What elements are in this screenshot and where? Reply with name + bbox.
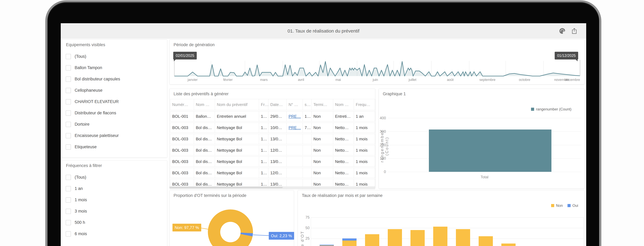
- table-row[interactable]: BOL-003Bol dis…Nettoyage Bol1…12/0…NonNe…: [170, 145, 375, 155]
- column-header[interactable]: Termi…: [312, 99, 333, 110]
- table-cell: BOL-003: [170, 168, 194, 178]
- checkbox[interactable]: [66, 197, 71, 203]
- filter-option[interactable]: Encaisseuse palettiseur: [66, 130, 166, 141]
- table-cell: 1 mois: [354, 134, 375, 144]
- graphique1-card: Graphique 1 rangenumber (Count) rangenum…: [379, 89, 584, 189]
- checkbox[interactable]: [66, 175, 71, 180]
- column-header[interactable]: s…: [303, 99, 312, 110]
- stacked-bar[interactable]: [320, 245, 334, 246]
- table-row[interactable]: BOL-003Bol dis…Nettoyage Bol1…13/0…NonNe…: [170, 134, 375, 144]
- filter-option[interactable]: 3 mois: [66, 206, 166, 217]
- stacked-bar[interactable]: [342, 238, 356, 246]
- range-start-tooltip[interactable]: 02/01/2025: [173, 52, 197, 59]
- checkbox[interactable]: [66, 110, 71, 116]
- y-tick-label: 200: [379, 143, 386, 147]
- column-header[interactable]: Nom …: [194, 99, 215, 110]
- filter-card-title: Equipements visibles: [66, 42, 105, 47]
- column-header[interactable]: Numér…: [170, 99, 194, 110]
- column-header[interactable]: N° …: [287, 99, 303, 110]
- table-cell: [287, 145, 303, 155]
- filter-option[interactable]: Ballon Tampon: [66, 62, 166, 73]
- column-header[interactable]: Frequ…: [354, 99, 375, 110]
- column-header[interactable]: Fr…: [259, 99, 268, 110]
- table-cell: 13/0…: [268, 157, 287, 167]
- timeline-slicer-chart[interactable]: janvierfévriermarsavrilmaijuinjuilletaoû…: [170, 40, 585, 85]
- filter-option[interactable]: (Tous): [66, 51, 166, 62]
- scrollbar-thumb[interactable]: [170, 187, 283, 188]
- palette-icon[interactable]: [559, 28, 566, 34]
- checkbox[interactable]: [66, 186, 71, 191]
- column-header[interactable]: Nom du préventif: [215, 99, 259, 110]
- page-title: 01. Taux de réalisation du préventif: [61, 23, 586, 39]
- svg-text:janvier: janvier: [188, 78, 198, 82]
- filter-option-label: (Tous): [75, 175, 86, 180]
- stacked-bar[interactable]: [456, 229, 470, 246]
- filter-option[interactable]: 6 mois: [66, 228, 166, 239]
- filter-option[interactable]: 1 an: [66, 183, 166, 194]
- stacked-bar[interactable]: [410, 230, 425, 246]
- filter-option-label: 1 mois: [75, 197, 87, 202]
- stacked-bar[interactable]: [479, 236, 493, 246]
- bar-segment-non: [388, 229, 402, 246]
- filter-option[interactable]: 1 mois: [66, 194, 166, 206]
- table-row[interactable]: BOL-003Bol dis…Nettoyage Bol1…13/0…NonNe…: [170, 157, 375, 167]
- table-cell: Non: [312, 145, 333, 155]
- checkbox[interactable]: [66, 76, 71, 82]
- filter-option-label: Cellophaneuse: [75, 88, 102, 93]
- range-end-tooltip[interactable]: 01/12/2025: [555, 52, 578, 59]
- table-row[interactable]: BOL-003Bol dis…Nettoyage Bol1…12/0…NonNe…: [170, 168, 375, 178]
- checkbox[interactable]: [66, 144, 71, 150]
- dashboard-screen: 01. Taux de réalisation du préventif Equ…: [61, 23, 586, 246]
- table-cell: PRE…: [287, 111, 303, 121]
- filter-option[interactable]: Bol distributeur capsules: [66, 73, 166, 85]
- checkbox[interactable]: [66, 54, 71, 59]
- table-cell: 1 an: [354, 111, 375, 121]
- stacked-bar[interactable]: [501, 243, 516, 246]
- checkbox[interactable]: [66, 122, 71, 127]
- table-cell: Ballon…: [194, 111, 215, 121]
- checkbox[interactable]: [66, 133, 71, 138]
- stacked-bar[interactable]: [365, 234, 379, 246]
- stacked-bar[interactable]: [388, 229, 402, 246]
- legend-swatch: [551, 204, 554, 207]
- filter-option[interactable]: (Tous): [66, 172, 166, 183]
- y-tick-label: 50: [303, 226, 310, 230]
- table-cell: [303, 157, 312, 167]
- filter-option[interactable]: Distributeur de flacons: [66, 107, 166, 119]
- checkbox[interactable]: [66, 231, 71, 236]
- checkbox[interactable]: [66, 209, 71, 214]
- share-icon[interactable]: [571, 28, 578, 34]
- column-header[interactable]: Nom …: [333, 99, 354, 110]
- column-header[interactable]: Date…: [268, 99, 287, 110]
- table-cell: BOL-003: [170, 134, 194, 144]
- filter-option[interactable]: Cellophaneuse: [66, 85, 166, 96]
- bar-segment-non: [365, 234, 379, 246]
- checkbox[interactable]: [66, 220, 71, 225]
- table-cell: 10/0…: [268, 122, 287, 133]
- table-cell: Non: [312, 134, 333, 144]
- tablet-frame: 01. Taux de réalisation du préventif Equ…: [48, 2, 599, 246]
- taux-realisation-card: Taux de réalisation par mois et par sema…: [298, 190, 584, 246]
- table-header-row: Numér…Nom …Nom du préventifFr…Date…N° …s…: [170, 99, 375, 110]
- table-cell: [287, 168, 303, 178]
- filter-option[interactable]: Etiqueteuse: [66, 141, 166, 153]
- table-cell: Nettoyage Bol: [215, 168, 259, 178]
- table-cell: Nettoyage Bol: [215, 157, 259, 167]
- filter-option[interactable]: 500 h: [66, 217, 166, 228]
- checkbox[interactable]: [66, 65, 71, 70]
- preventif-link[interactable]: PRE…: [288, 125, 301, 130]
- stacked-bar[interactable]: [433, 227, 448, 246]
- svg-text:février: février: [223, 78, 232, 82]
- bar-segment-non: [456, 229, 470, 246]
- table-cell: [303, 145, 312, 155]
- filter-option[interactable]: Dortoire: [66, 119, 166, 130]
- checkbox[interactable]: [66, 99, 71, 104]
- checkbox[interactable]: [66, 88, 71, 93]
- total-bar[interactable]: [429, 130, 552, 172]
- preventif-link[interactable]: PRE…: [288, 114, 301, 119]
- table-cell: Nettoyage Bol: [215, 134, 259, 144]
- horizontal-scrollbar[interactable]: [170, 186, 375, 189]
- filter-option[interactable]: CHARIOT ELEVATEUR: [66, 96, 166, 107]
- table-row[interactable]: BOL-001Ballon…Entretien annuel1…29/0…PRE…: [170, 111, 375, 121]
- table-row[interactable]: BOL-003Bol dis…Nettoyage Bol1…10/0…PRE…7…: [170, 122, 375, 133]
